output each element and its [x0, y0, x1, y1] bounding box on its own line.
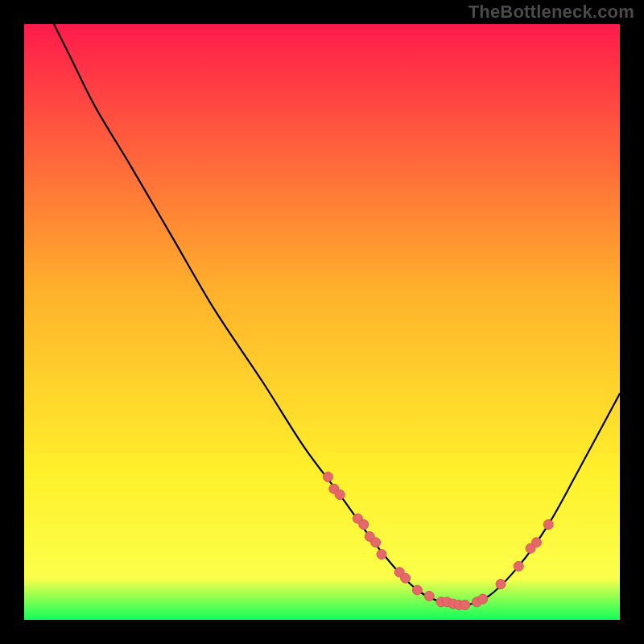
watermark-text: TheBottleneck.com — [469, 2, 634, 23]
chart-frame: TheBottleneck.com — [0, 0, 644, 644]
plot-background — [24, 24, 620, 620]
data-point — [371, 538, 381, 547]
data-point — [377, 550, 386, 559]
data-point — [412, 585, 422, 595]
data-point — [424, 591, 434, 601]
data-point — [496, 580, 506, 589]
data-point — [543, 520, 553, 530]
data-point — [335, 490, 345, 500]
data-point — [460, 601, 470, 610]
data-point — [401, 573, 411, 583]
data-point — [531, 538, 541, 547]
data-point — [478, 594, 488, 604]
data-point — [514, 561, 523, 571]
bottleneck-chart — [24, 24, 620, 620]
data-point — [359, 520, 369, 530]
data-point — [323, 472, 332, 481]
